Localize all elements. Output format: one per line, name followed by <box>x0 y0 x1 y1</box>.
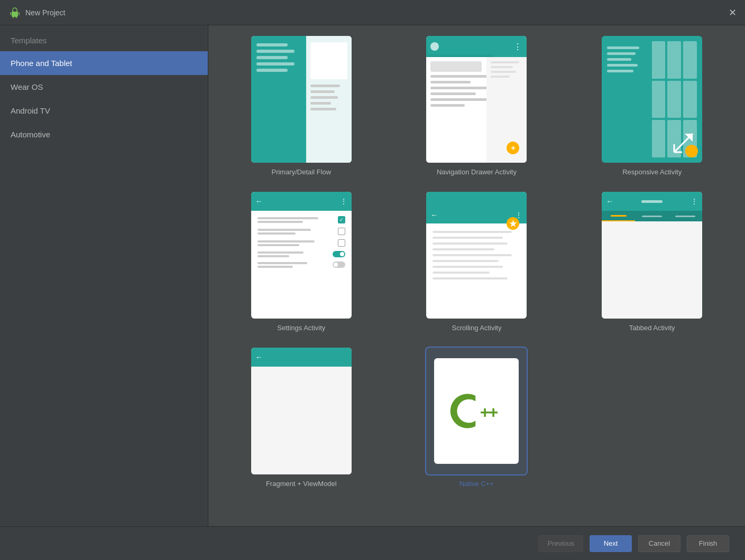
new-project-dialog: New Project ✕ Templates Phone and Tablet… <box>0 0 745 560</box>
template-label-tabbed: Tabbed Activity <box>629 324 675 332</box>
template-preview-tabbed: ← ⋮ <box>602 192 702 319</box>
template-label-nav-drawer: Navigation Drawer Activity <box>437 168 517 176</box>
template-native-cpp[interactable]: + + Native C++ <box>400 348 554 488</box>
template-label-primary-detail: Primary/Detail Flow <box>271 168 331 176</box>
svg-point-1 <box>16 10 17 11</box>
template-label-responsive: Responsive Activity <box>622 168 682 176</box>
template-nav-drawer[interactable]: ⋮ <box>400 36 554 176</box>
template-tabbed[interactable]: ← ⋮ <box>575 192 729 332</box>
svg-point-0 <box>13 10 14 11</box>
template-label-native-cpp: Native C++ <box>459 480 494 488</box>
template-label-fragment: Fragment + ViewModel <box>266 480 337 488</box>
template-responsive[interactable]: Responsive Activity <box>575 36 729 176</box>
title-bar: New Project ✕ <box>0 0 745 25</box>
sidebar-item-android-tv[interactable]: Android TV <box>0 99 208 123</box>
template-preview-scrolling: ← ⋮ ★ <box>426 192 527 319</box>
sidebar: Templates Phone and Tablet Wear OS Andro… <box>0 25 208 526</box>
template-preview-settings: ← ⋮ ✓ <box>251 192 352 319</box>
previous-button[interactable]: Previous <box>538 535 583 552</box>
template-label-settings: Settings Activity <box>277 324 325 332</box>
finish-button[interactable]: Finish <box>687 535 729 552</box>
templates-grid: Primary/Detail Flow ⋮ <box>224 36 729 488</box>
next-button[interactable]: Next <box>590 535 632 552</box>
svg-text:+: + <box>489 403 499 422</box>
resp-fab-icon <box>685 145 698 157</box>
template-preview-responsive <box>602 36 702 163</box>
sidebar-item-phone-tablet[interactable]: Phone and Tablet <box>0 51 208 75</box>
templates-grid-area: Primary/Detail Flow ⋮ <box>208 25 745 526</box>
dialog-title: New Project <box>25 8 65 17</box>
template-preview-native-cpp: + + <box>426 348 527 474</box>
template-fragment-viewmodel[interactable]: ← Fragment + ViewModel <box>224 348 379 488</box>
close-button[interactable]: ✕ <box>729 8 737 17</box>
title-bar-left: New Project <box>8 6 65 19</box>
sidebar-header: Templates <box>0 25 208 51</box>
template-settings[interactable]: ← ⋮ ✓ <box>224 192 379 332</box>
android-logo-icon <box>8 6 21 19</box>
bottom-bar: Previous Next Cancel Finish <box>0 526 745 560</box>
template-preview-nav-drawer: ⋮ <box>426 36 527 163</box>
template-scrolling[interactable]: ← ⋮ ★ <box>400 192 554 332</box>
template-preview-fragment: ← <box>251 348 352 474</box>
scroll-fab-icon: ★ <box>507 217 519 230</box>
sidebar-item-automotive[interactable]: Automotive <box>0 123 208 146</box>
cancel-button[interactable]: Cancel <box>638 535 680 552</box>
template-preview-primary-detail <box>251 36 352 163</box>
cpp-logo-icon: + + <box>450 390 503 432</box>
sidebar-item-wear-os[interactable]: Wear OS <box>0 75 208 99</box>
template-label-scrolling: Scrolling Activity <box>452 324 502 332</box>
main-content: Templates Phone and Tablet Wear OS Andro… <box>0 25 745 526</box>
template-primary-detail[interactable]: Primary/Detail Flow <box>224 36 379 176</box>
